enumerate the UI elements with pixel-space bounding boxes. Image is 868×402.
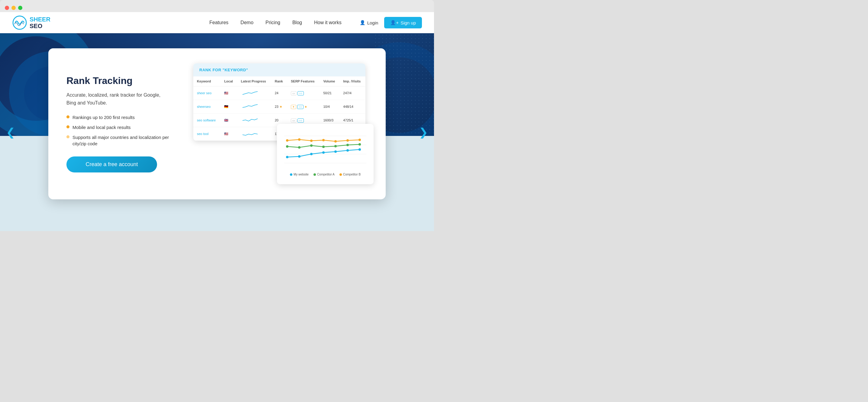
cell-local: 🇺🇸	[220, 86, 237, 100]
legend-dot-orange	[339, 173, 342, 176]
bullet-icon	[66, 115, 69, 118]
svg-point-17	[346, 144, 349, 146]
svg-point-10	[346, 139, 349, 142]
cell-keyword: seo software	[193, 114, 220, 127]
chart-svg	[284, 130, 366, 169]
cell-imp: 448/14	[339, 100, 366, 114]
traffic-light-yellow[interactable]	[11, 6, 16, 10]
col-keyword: Keyword	[193, 76, 220, 86]
nav-features[interactable]: Features	[209, 20, 228, 25]
legend-competitor-b: Competitor B	[339, 173, 361, 176]
cell-progress	[238, 127, 271, 141]
cell-volume: 50/21	[319, 86, 339, 100]
col-rank: Rank	[271, 76, 287, 86]
cell-keyword: seo tool	[193, 127, 220, 141]
svg-point-22	[322, 151, 325, 154]
table-row: sheer seo 🇺🇸 24 ▭ ○○	[193, 86, 366, 100]
col-progress: Latest Progress	[238, 76, 271, 86]
svg-point-9	[334, 140, 337, 143]
traffic-light-red[interactable]	[5, 6, 9, 10]
add-person-icon: 👤+	[390, 20, 399, 25]
traffic-light-green[interactable]	[18, 6, 22, 10]
bullet-icon	[66, 125, 69, 128]
bullet-icon	[66, 135, 69, 138]
nav-blog[interactable]: Blog	[292, 20, 302, 25]
cell-progress	[238, 86, 271, 100]
cell-imp: 247/4	[339, 86, 366, 100]
cell-local: 🇩🇪	[220, 100, 237, 114]
legend-dot-green	[313, 173, 316, 176]
logo[interactable]: SHEER SEO	[12, 15, 51, 30]
svg-point-0	[13, 16, 26, 29]
table-row: sheerseo 🇩🇪 23 ★ ✦ ○	[193, 100, 366, 114]
svg-point-15	[322, 146, 325, 148]
browser-window: SHEER SEO Features Demo Pricing Blog How…	[0, 12, 434, 231]
nav-how-it-works[interactable]: How it works	[314, 20, 342, 25]
svg-point-6	[298, 138, 301, 141]
svg-point-13	[298, 146, 301, 149]
signup-button[interactable]: 👤+ Sign up	[384, 17, 422, 28]
person-icon: 👤	[360, 20, 366, 25]
logo-text: SHEER SEO	[30, 16, 51, 29]
nav-links: Features Demo Pricing Blog How it works	[209, 20, 341, 25]
svg-point-11	[359, 138, 361, 141]
nav-demo[interactable]: Demo	[240, 20, 253, 25]
cell-serp: ▭ ○○	[287, 86, 319, 100]
legend-dot-blue	[290, 173, 292, 176]
svg-point-25	[359, 148, 361, 151]
chart-legend: My website Competitor A Competitor B	[284, 173, 366, 176]
nav-pricing[interactable]: Pricing	[266, 20, 280, 25]
list-item: Rankings up to 200 first results	[66, 114, 169, 121]
feature-list: Rankings up to 200 first results Mobile …	[66, 114, 169, 147]
nav-auth: 👤 Login 👤+ Sign up	[360, 17, 422, 28]
logo-icon	[12, 15, 27, 30]
legend-my-website: My website	[290, 173, 309, 176]
list-item: Supports all major countries and localiz…	[66, 134, 169, 147]
main-card: Rank Tracking Accurate, localized, rank …	[48, 48, 386, 199]
list-item: Mobile and local pack results	[66, 124, 169, 130]
svg-point-7	[310, 140, 313, 142]
chart-card: My website Competitor A Competitor B	[277, 124, 374, 184]
col-local: Local	[220, 76, 237, 86]
rank-table-header: RANK FOR "KEYWORD"	[193, 63, 366, 76]
navbar: SHEER SEO Features Demo Pricing Blog How…	[0, 12, 434, 33]
svg-point-18	[359, 143, 361, 146]
svg-point-8	[322, 139, 325, 141]
col-imp: Imp. /Visits	[339, 76, 366, 86]
feature-title: Rank Tracking	[66, 75, 169, 86]
login-button[interactable]: 👤 Login	[360, 20, 378, 25]
svg-point-20	[298, 155, 301, 158]
svg-point-12	[286, 145, 288, 148]
svg-point-14	[310, 144, 313, 147]
svg-point-21	[310, 153, 313, 155]
col-volume: Volume	[319, 76, 339, 86]
svg-point-19	[286, 156, 288, 158]
cell-keyword: sheerseo	[193, 100, 220, 114]
cell-progress	[238, 114, 271, 127]
cell-local: 🇬🇧	[220, 114, 237, 127]
next-arrow[interactable]: ❯	[419, 126, 428, 138]
svg-point-24	[346, 149, 349, 152]
cell-keyword: sheer seo	[193, 86, 220, 100]
cell-rank: 23 ★	[271, 100, 287, 114]
right-content: RANK FOR "KEYWORD" Keyword Local Latest …	[193, 63, 368, 184]
cell-local: 🇺🇸	[220, 127, 237, 141]
content-wrapper: ❮ ❯ Rank Tracking Accurate, localized, r…	[0, 33, 434, 231]
svg-point-5	[286, 139, 288, 142]
cell-serp: ✦ ○○ ★	[287, 100, 319, 114]
legend-competitor-a: Competitor A	[313, 173, 335, 176]
feature-desc: Accurate, localized, rank tracker for Go…	[66, 91, 169, 106]
left-content: Rank Tracking Accurate, localized, rank …	[66, 75, 169, 172]
cell-volume: 10/4	[319, 100, 339, 114]
svg-point-23	[334, 150, 337, 153]
browser-chrome	[0, 0, 434, 12]
cell-rank: 24	[271, 86, 287, 100]
svg-point-16	[334, 145, 337, 147]
prev-arrow[interactable]: ❮	[6, 126, 15, 138]
cell-progress	[238, 100, 271, 114]
cta-button[interactable]: Create a free account	[66, 156, 157, 173]
col-serp: SERP Features	[287, 76, 319, 86]
